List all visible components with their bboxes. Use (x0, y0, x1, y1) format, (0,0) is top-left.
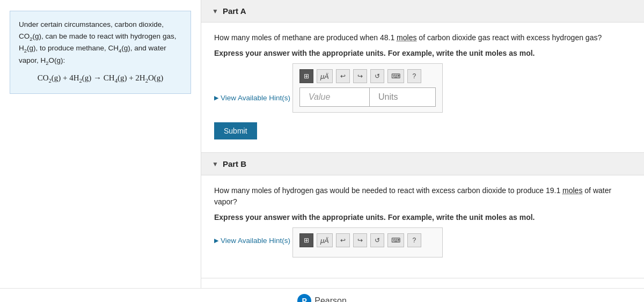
part-a-express: Express your answer with the appropriate… (214, 48, 631, 59)
part-b-undo-button[interactable]: ↩ (336, 233, 350, 247)
part-b-arrow-icon: ▼ (212, 160, 218, 168)
footer: P Pearson Copyright © 2023 Pearson Educa… (0, 288, 644, 302)
part-a-header[interactable]: ▼ Part A (201, 0, 644, 23)
part-b-label: Part B (223, 159, 246, 168)
part-a-submit-button[interactable]: Submit (214, 122, 257, 139)
part-a-help-button[interactable]: ? (407, 69, 421, 83)
part-a-keyboard-button[interactable]: ⌨ (387, 69, 404, 83)
pearson-name: Pearson (314, 296, 347, 302)
part-b-mu-button[interactable]: μÄ (317, 233, 333, 247)
part-b-express: Express your answer with the appropriate… (214, 212, 631, 223)
sidebar-description: Under certain circumstances, carbon diox… (19, 19, 182, 67)
part-b-help-button[interactable]: ? (407, 233, 421, 247)
part-a-answer-container: ⊞ μÄ ↩ ↪ ↺ ⌨ ? Value Units (292, 63, 443, 113)
part-a-hint-label: View Available Hint(s) (221, 94, 290, 102)
main-content: ▼ Part A How many moles of methane are p… (201, 0, 644, 302)
part-a-units-field[interactable]: Units (370, 88, 434, 106)
part-b-section: ▼ Part B How many moles of hydrogen gas … (201, 153, 644, 278)
part-a-redo-button[interactable]: ↪ (353, 69, 367, 83)
part-a-hint-link[interactable]: ▶ View Available Hint(s) (214, 94, 290, 102)
part-a-answer-fields: Value Units (299, 87, 436, 107)
sidebar-box: Under certain circumstances, carbon diox… (10, 11, 191, 94)
pearson-logo: P Pearson (0, 294, 644, 302)
part-b-hint-arrow-icon: ▶ (214, 237, 218, 244)
part-b-keyboard-button[interactable]: ⌨ (387, 233, 404, 247)
sidebar: Under certain circumstances, carbon diox… (0, 0, 201, 302)
part-a-toolbar: ⊞ μÄ ↩ ↪ ↺ ⌨ ? (299, 69, 436, 83)
part-a-mu-button[interactable]: μÄ (317, 69, 333, 83)
part-b-toolbar: ⊞ μÄ ↩ ↪ ↺ ⌨ ? (299, 233, 436, 247)
part-a-question: How many moles of methane are produced w… (214, 32, 631, 43)
page-wrapper: Under certain circumstances, carbon diox… (0, 0, 644, 302)
part-b-question: How many moles of hydrogen gas would be … (214, 185, 631, 208)
part-b-refresh-button[interactable]: ↺ (370, 233, 384, 247)
part-b-redo-button[interactable]: ↪ (353, 233, 367, 247)
part-b-header[interactable]: ▼ Part B (201, 153, 644, 175)
part-a-hint-arrow-icon: ▶ (214, 94, 218, 101)
part-a-body: How many moles of methane are produced w… (201, 23, 644, 152)
part-a-section: ▼ Part A How many moles of methane are p… (201, 0, 644, 153)
part-a-label: Part A (223, 6, 246, 16)
part-b-grid-button[interactable]: ⊞ (299, 233, 313, 247)
sidebar-equation: CO2(g) + 4H2(g) → CH4(g) + 2H2O(g) (19, 71, 182, 86)
part-b-hint-link[interactable]: ▶ View Available Hint(s) (214, 237, 290, 245)
part-b-body: How many moles of hydrogen gas would be … (201, 175, 644, 278)
part-a-grid-button[interactable]: ⊞ (299, 69, 313, 83)
pearson-p-icon: P (297, 294, 311, 302)
part-b-hint-label: View Available Hint(s) (221, 237, 290, 245)
part-a-arrow-icon: ▼ (212, 8, 218, 15)
part-a-undo-button[interactable]: ↩ (336, 69, 350, 83)
part-b-answer-container: ⊞ μÄ ↩ ↪ ↺ ⌨ ? (292, 227, 443, 257)
part-a-refresh-button[interactable]: ↺ (370, 69, 384, 83)
part-a-value-field[interactable]: Value (300, 88, 370, 106)
